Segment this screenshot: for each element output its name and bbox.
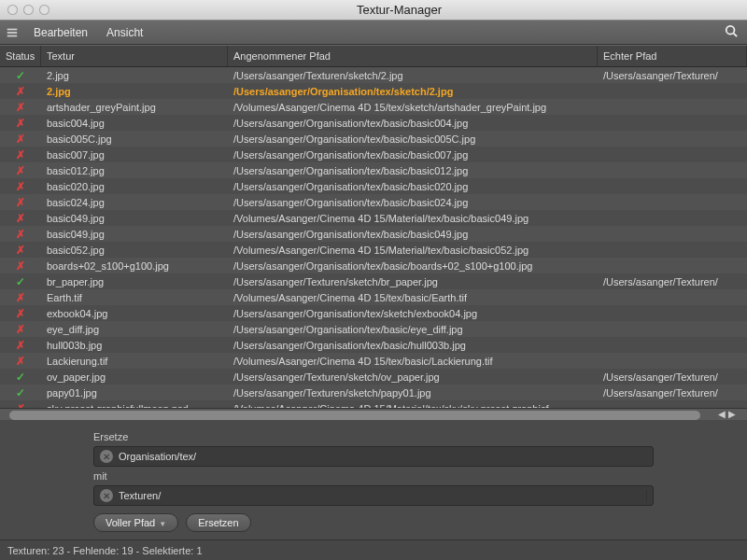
table-row[interactable]: ✗exbook04.jpg/Users/asanger/Organisation…: [0, 305, 747, 321]
table-row[interactable]: ✗basic004.jpg/Users/asanger/Organisation…: [0, 115, 747, 131]
col-textur[interactable]: Textur: [41, 46, 228, 66]
table-row[interactable]: ✗2.jpg/Users/asanger/Organisation/tex/sk…: [0, 83, 747, 99]
table-row[interactable]: ✗hull003b.jpg/Users/asanger/Organisation…: [0, 337, 747, 353]
table-row[interactable]: ✓br_paper.jpg/Users/asanger/Texturen/ske…: [0, 273, 747, 289]
status-icon: ✗: [0, 355, 41, 368]
real-path: /Users/asanger/Texturen/: [598, 387, 747, 399]
minimize-icon[interactable]: [23, 5, 34, 15]
table-row[interactable]: ✗basic049.jpg/Users/asanger/Organisation…: [0, 226, 747, 242]
table-row[interactable]: ✗basic007.jpg/Users/asanger/Organisation…: [0, 147, 747, 162]
assumed-path: /Users/asanger/Organisation/tex/basic/ey…: [228, 324, 598, 335]
svg-rect-2: [7, 35, 18, 36]
search-input[interactable]: [119, 451, 647, 462]
texture-table: Status Textur Angenommener Pfad Echter P…: [0, 45, 747, 420]
texture-name: basic005C.jpg: [41, 133, 228, 145]
scrollbar-thumb[interactable]: [9, 411, 700, 420]
assumed-path: /Volumes/Asanger/Cinema 4D 15/Material/t…: [228, 213, 598, 224]
zoom-icon[interactable]: [39, 5, 49, 15]
svg-point-3: [726, 26, 735, 35]
menu-icon[interactable]: [6, 26, 19, 39]
texture-name: basic004.jpg: [41, 118, 228, 129]
assumed-path: /Volumes/Asanger/Cinema 4D 15/Material/t…: [228, 245, 598, 256]
texture-name: basic024.jpg: [41, 197, 228, 208]
svg-rect-0: [7, 28, 18, 30]
real-path: /Users/asanger/Texturen/: [598, 276, 747, 287]
assumed-path: /Users/asanger/Organisation/tex/basic/ba…: [228, 133, 598, 145]
path-mode-dropdown[interactable]: Voller Pfad▼: [93, 513, 178, 532]
scroll-arrows[interactable]: ◀ ▶: [718, 409, 736, 419]
assumed-path: /Users/asanger/Texturen/sketch/2.jpg: [228, 70, 598, 81]
texture-name: 2.jpg: [41, 70, 228, 81]
table-row[interactable]: ✗basic020.jpg/Users/asanger/Organisation…: [0, 178, 747, 194]
table-row[interactable]: ✓2.jpg/Users/asanger/Texturen/sketch/2.j…: [0, 67, 747, 83]
texture-name: eye_diff.jpg: [41, 324, 228, 335]
replace-button[interactable]: Ersetzen: [186, 513, 250, 532]
search-icon[interactable]: [725, 24, 738, 40]
texture-name: basic049.jpg: [41, 229, 228, 240]
svg-rect-1: [7, 32, 18, 34]
assumed-path: /Users/asanger/Organisation/tex/sketch/e…: [228, 308, 598, 319]
assumed-path: /Volumes/Asanger/Cinema 4D 15/tex/sketch…: [228, 102, 598, 113]
table-header: Status Textur Angenommener Pfad Echter P…: [0, 45, 747, 67]
texture-name: artshader_greyPaint.jpg: [41, 102, 228, 113]
table-row[interactable]: ✗basic005C.jpg/Users/asanger/Organisatio…: [0, 131, 747, 147]
menu-view[interactable]: Ansicht: [99, 24, 150, 41]
table-row[interactable]: ✗Lackierung.tif/Volumes/Asanger/Cinema 4…: [0, 353, 747, 369]
replace-input[interactable]: [119, 490, 641, 501]
table-row[interactable]: ✗sky preset graphicfullmoon.psd/Volumes/…: [0, 400, 747, 408]
table-row[interactable]: ✗boards+02_s100+g100.jpg/Users/asanger/O…: [0, 258, 747, 273]
real-path: /Users/asanger/Texturen/: [598, 70, 747, 81]
status-icon: ✗: [0, 291, 41, 304]
menubar: Bearbeiten Ansicht: [0, 21, 747, 45]
col-real[interactable]: Echter Pfad: [598, 46, 747, 66]
texture-name: br_paper.jpg: [41, 276, 228, 287]
status-icon: ✓: [0, 69, 41, 82]
assumed-path: /Users/asanger/Organisation/tex/basic/bo…: [228, 260, 598, 272]
assumed-path: /Users/asanger/Organisation/tex/basic/ba…: [228, 149, 598, 161]
table-row[interactable]: ✓ov_paper.jpg/Users/asanger/Texturen/ske…: [0, 369, 747, 385]
assumed-path: /Users/asanger/Texturen/sketch/br_paper.…: [228, 276, 598, 287]
table-row[interactable]: ✗basic052.jpg/Volumes/Asanger/Cinema 4D …: [0, 242, 747, 258]
table-row[interactable]: ✓papy01.jpg/Users/asanger/Texturen/sketc…: [0, 385, 747, 400]
clear-search-icon[interactable]: ✕: [100, 450, 113, 463]
assumed-path: /Users/asanger/Organisation/tex/basic/ba…: [228, 181, 598, 192]
assumed-path: /Users/asanger/Organisation/tex/sketch/2…: [228, 86, 598, 97]
status-icon: ✗: [0, 133, 41, 146]
texture-name: ov_paper.jpg: [41, 371, 228, 383]
table-row[interactable]: ✗Earth.tif/Volumes/Asanger/Cinema 4D 15/…: [0, 289, 747, 305]
text-cursor: [646, 490, 647, 502]
texture-name: Earth.tif: [41, 292, 228, 303]
h-scrollbar[interactable]: ◀ ▶: [0, 408, 747, 420]
assumed-path: /Volumes/Asanger/Cinema 4D 15/tex/basic/…: [228, 356, 598, 367]
table-row[interactable]: ✗basic012.jpg/Users/asanger/Organisation…: [0, 162, 747, 178]
texture-name: basic049.jpg: [41, 213, 228, 224]
status-icon: ✗: [0, 148, 41, 161]
status-icon: ✗: [0, 101, 41, 114]
clear-replace-icon[interactable]: ✕: [100, 489, 113, 502]
assumed-path: /Users/asanger/Organisation/tex/basic/ba…: [228, 165, 598, 176]
assumed-path: /Volumes/Asanger/Cinema 4D 15/tex/basic/…: [228, 292, 598, 303]
texture-name: basic020.jpg: [41, 181, 228, 192]
menu-edit[interactable]: Bearbeiten: [26, 24, 95, 41]
table-row[interactable]: ✗basic024.jpg/Users/asanger/Organisation…: [0, 194, 747, 210]
table-row[interactable]: ✗eye_diff.jpg/Users/asanger/Organisation…: [0, 321, 747, 337]
status-text: Texturen: 23 - Fehlende: 19 - Selektiert…: [7, 545, 203, 556]
status-icon: ✗: [0, 164, 41, 177]
close-icon[interactable]: [7, 5, 18, 15]
col-assumed[interactable]: Angenommener Pfad: [228, 46, 598, 66]
table-row[interactable]: ✗basic049.jpg/Volumes/Asanger/Cinema 4D …: [0, 210, 747, 226]
texture-name: Lackierung.tif: [41, 356, 228, 367]
status-icon: ✗: [0, 180, 41, 193]
status-icon: ✗: [0, 228, 41, 241]
with-label: mit: [93, 470, 654, 482]
status-icon: ✓: [0, 275, 41, 288]
status-icon: ✗: [0, 339, 41, 352]
table-body: ✓2.jpg/Users/asanger/Texturen/sketch/2.j…: [0, 67, 747, 408]
replace-panel: Ersetze ✕ mit ✕ Voller Pfad▼ Ersetzen: [0, 420, 747, 539]
assumed-path: /Users/asanger/Texturen/sketch/ov_paper.…: [228, 371, 598, 383]
texture-name: basic007.jpg: [41, 149, 228, 161]
col-status[interactable]: Status: [0, 46, 41, 66]
table-row[interactable]: ✗artshader_greyPaint.jpg/Volumes/Asanger…: [0, 99, 747, 115]
status-icon: ✓: [0, 386, 41, 399]
real-path: /Users/asanger/Texturen/: [598, 371, 747, 383]
